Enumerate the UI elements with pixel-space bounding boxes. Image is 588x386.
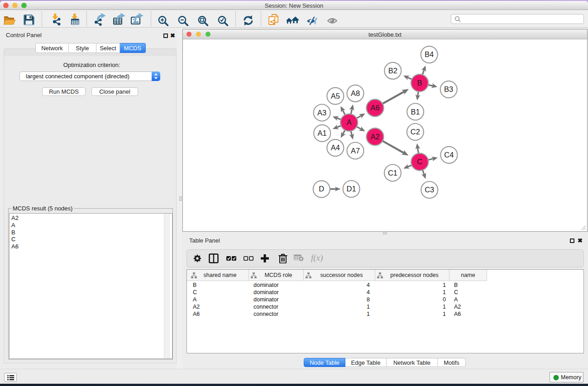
svg-text:A2: A2 (370, 133, 379, 141)
svg-text:A8: A8 (351, 89, 360, 97)
svg-text:B1: B1 (411, 108, 420, 116)
svg-text:B3: B3 (444, 85, 453, 93)
svg-text:A1: A1 (318, 129, 327, 137)
svg-text:A5: A5 (331, 92, 340, 100)
svg-text:A7: A7 (351, 147, 360, 155)
svg-text:B: B (417, 79, 422, 87)
svg-text:A6: A6 (370, 104, 379, 112)
svg-text:B2: B2 (388, 67, 397, 75)
svg-text:A3: A3 (317, 109, 326, 117)
svg-text:D: D (319, 185, 324, 193)
svg-text:C3: C3 (425, 186, 434, 194)
svg-text:D1: D1 (347, 185, 356, 193)
svg-text:C4: C4 (444, 151, 454, 159)
svg-text:A: A (347, 118, 352, 126)
svg-text:A4: A4 (331, 143, 340, 152)
svg-text:C: C (417, 157, 422, 166)
svg-text:B4: B4 (425, 50, 434, 58)
svg-text:C1: C1 (388, 169, 397, 177)
svg-text:C2: C2 (411, 128, 420, 136)
